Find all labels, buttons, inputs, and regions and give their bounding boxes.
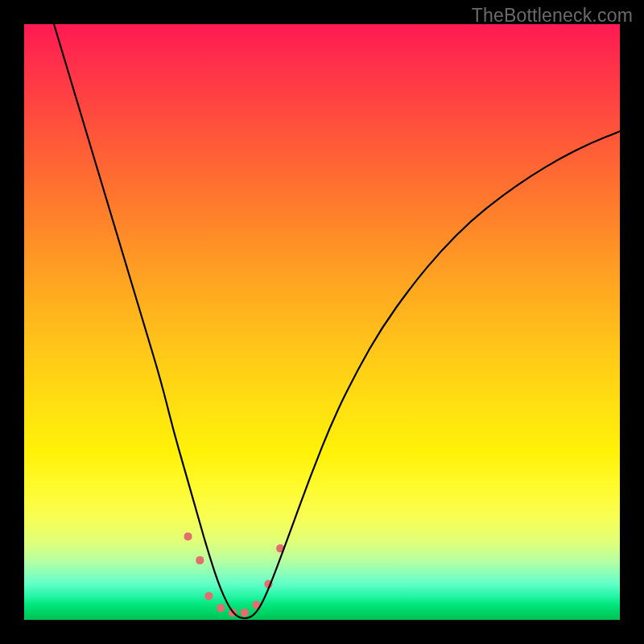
curve-marker bbox=[241, 609, 249, 617]
curve-marker bbox=[184, 532, 192, 540]
curve-layer bbox=[24, 24, 620, 620]
curve-marker bbox=[217, 604, 225, 612]
marker-group bbox=[184, 532, 285, 617]
chart-frame: TheBottleneck.com bbox=[0, 0, 644, 644]
plot-area bbox=[24, 24, 620, 620]
curve-marker bbox=[196, 556, 204, 564]
watermark-text: TheBottleneck.com bbox=[472, 5, 633, 27]
bottleneck-curve bbox=[54, 24, 620, 618]
curve-marker bbox=[204, 592, 213, 600]
